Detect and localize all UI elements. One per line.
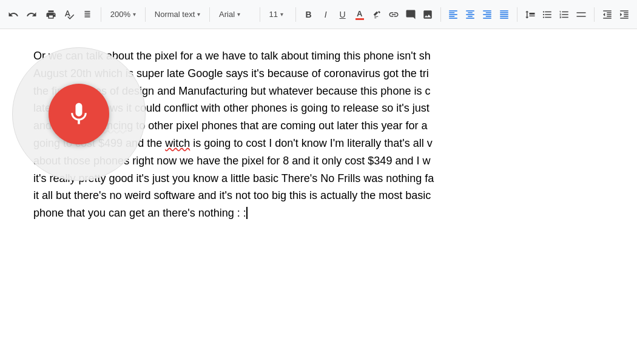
line-spacing-button[interactable] <box>522 7 538 22</box>
font-family-value: Arial <box>219 10 235 19</box>
zoom-chevron: ▾ <box>133 11 136 18</box>
divider-8 <box>594 7 595 22</box>
voice-typing-overlay <box>12 47 146 181</box>
text-cursor <box>246 207 248 219</box>
divider-7 <box>517 7 517 22</box>
align-right-button[interactable] <box>479 7 495 22</box>
toolbar: 200% ▾ Normal text ▾ Arial ▾ 11 ▾ B I U … <box>0 0 637 29</box>
font-family-chevron: ▾ <box>237 11 240 18</box>
link-button[interactable] <box>386 7 402 22</box>
font-color-button[interactable]: A <box>352 7 368 22</box>
style-dropdown[interactable]: Normal text ▾ <box>150 6 204 23</box>
font-size-chevron: ▾ <box>280 11 283 18</box>
align-left-button[interactable] <box>445 7 461 22</box>
zoom-dropdown[interactable]: 200% ▾ <box>106 6 140 23</box>
divider-4 <box>260 7 260 22</box>
more-options-button[interactable] <box>573 7 589 22</box>
mic-icon <box>66 101 92 127</box>
divider-6 <box>440 7 441 22</box>
bold-button[interactable]: B <box>301 7 317 22</box>
italic-button[interactable]: I <box>318 7 334 22</box>
undo-button[interactable] <box>5 6 22 23</box>
align-justify-button[interactable] <box>496 7 512 22</box>
align-center-button[interactable] <box>462 7 478 22</box>
mic-button[interactable] <box>49 84 109 144</box>
comment-button[interactable] <box>403 7 419 22</box>
font-size-dropdown[interactable]: 11 ▾ <box>265 6 291 23</box>
redo-button[interactable] <box>23 6 40 23</box>
print-button[interactable] <box>42 6 59 23</box>
format-group: B I U A <box>301 7 436 22</box>
bullet-list-button[interactable] <box>539 7 555 22</box>
spacing-group <box>522 7 589 22</box>
zoom-value: 200% <box>110 10 130 19</box>
image-button[interactable] <box>420 7 436 22</box>
numbered-list-button[interactable] <box>556 7 572 22</box>
divider-1 <box>101 7 101 22</box>
divider-3 <box>209 7 210 22</box>
document-content: Or we can talk about the pixel for a we … <box>0 29 637 364</box>
align-group <box>445 7 512 22</box>
spellcheck-button[interactable] <box>61 6 78 23</box>
font-color-label: A <box>357 9 362 18</box>
print-group <box>42 6 96 23</box>
style-chevron: ▾ <box>197 11 200 18</box>
increase-indent-button[interactable] <box>616 7 632 22</box>
undo-redo-group <box>5 6 40 23</box>
style-value: Normal text <box>155 10 195 19</box>
font-family-dropdown[interactable]: Arial ▾ <box>215 6 255 23</box>
divider-5 <box>295 7 296 22</box>
divider-2 <box>145 7 146 22</box>
paint-format-button[interactable] <box>79 6 96 23</box>
font-color-bar <box>356 18 364 20</box>
highlight-button[interactable] <box>369 7 385 22</box>
font-size-value: 11 <box>269 10 278 19</box>
underline-button[interactable]: U <box>335 7 351 22</box>
decrease-indent-button[interactable] <box>599 7 615 22</box>
spell-marked-text: witch <box>165 137 190 149</box>
indent-group <box>599 7 632 22</box>
